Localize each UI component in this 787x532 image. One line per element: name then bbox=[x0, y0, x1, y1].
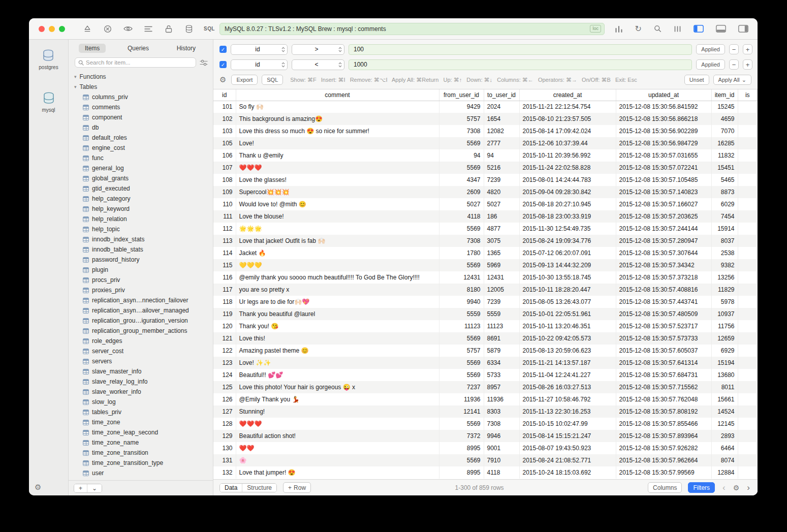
cell[interactable]: Beautiful action shot! bbox=[236, 430, 439, 442]
table-row[interactable]: 107❤️❤️❤️556952162015-11-24 22:02:58.828… bbox=[213, 162, 758, 174]
sql-editor-icon[interactable]: SQL bbox=[199, 22, 219, 36]
cell[interactable]: 7237 bbox=[439, 381, 484, 393]
cell[interactable]: ❤️❤️ bbox=[236, 442, 439, 454]
cell[interactable]: 5879 bbox=[484, 345, 519, 357]
cell[interactable] bbox=[738, 210, 758, 223]
sidebar-table-item[interactable]: procs_priv bbox=[69, 275, 213, 285]
cell[interactable]: 2015-12-08 15:30:57.166027 bbox=[616, 198, 711, 210]
toggle-left-panel-icon[interactable] bbox=[694, 25, 704, 33]
cell[interactable]: 2015-11-27 10:58:46.792 bbox=[519, 393, 616, 405]
cell[interactable] bbox=[738, 332, 758, 345]
cell[interactable]: 112 bbox=[213, 223, 236, 235]
cell[interactable] bbox=[738, 320, 758, 332]
cell[interactable]: 8691 bbox=[484, 332, 519, 345]
cell[interactable] bbox=[738, 101, 758, 113]
cell[interactable]: 7239 bbox=[484, 296, 519, 308]
cell[interactable]: 2015-12-08 15:30:56.902289 bbox=[616, 125, 711, 137]
search-box[interactable] bbox=[75, 57, 196, 68]
apply-all-button[interactable]: Apply All ⌄ bbox=[713, 75, 751, 85]
filter-enabled-checkbox[interactable]: ✓ bbox=[219, 46, 227, 53]
cell[interactable]: 5027 bbox=[484, 198, 519, 210]
table-row[interactable]: 118Ur legs are to die for🙌🏻💖994072392015… bbox=[213, 296, 758, 308]
cell[interactable]: 12145 bbox=[711, 418, 738, 430]
cell[interactable] bbox=[738, 223, 758, 235]
table-row[interactable]: 108Love the glasses!434772392015-08-01 1… bbox=[213, 174, 758, 186]
cell[interactable]: 10937 bbox=[711, 308, 738, 320]
column-header-item_id[interactable]: item_id bbox=[711, 89, 738, 101]
sidebar-table-item[interactable]: comments bbox=[69, 102, 213, 112]
table-row[interactable]: 111Love the blouse!41181862015-08-18 23:… bbox=[213, 210, 758, 223]
table-row[interactable]: 126@Emily Thank you 💃11936119362015-11-2… bbox=[213, 393, 758, 405]
cell[interactable]: you are so pretty x bbox=[236, 284, 439, 296]
cell[interactable]: 5757 bbox=[439, 113, 484, 125]
cell[interactable]: 9382 bbox=[711, 259, 738, 271]
cell[interactable]: 7070 bbox=[711, 125, 738, 137]
cell[interactable]: 2015-12-08 15:30:57.307644 bbox=[616, 247, 711, 259]
tab-structure[interactable]: Structure bbox=[242, 484, 276, 492]
cell[interactable]: 110 bbox=[213, 198, 236, 210]
cell[interactable]: 1780 bbox=[439, 247, 484, 259]
table-row[interactable]: 121Love this!556986912015-10-22 09:42:05… bbox=[213, 332, 758, 345]
cell[interactable]: 5569 bbox=[439, 418, 484, 430]
table-row[interactable]: 123Love! ✨✨556963342015-11-21 14:13:57.1… bbox=[213, 357, 758, 369]
cell[interactable]: 11936 bbox=[439, 393, 484, 405]
cell[interactable]: 94 bbox=[484, 149, 519, 162]
cell[interactable]: Love that jumper! 😍 bbox=[236, 466, 439, 479]
sidebar-table-item[interactable]: servers bbox=[69, 356, 213, 366]
cell[interactable]: 15451 bbox=[711, 162, 738, 174]
cell[interactable]: 103 bbox=[213, 125, 236, 137]
cell[interactable]: 2015-10-11 13:20:46.351 bbox=[519, 320, 616, 332]
cell[interactable]: 2609 bbox=[439, 186, 484, 198]
cell[interactable] bbox=[738, 345, 758, 357]
cell[interactable]: Thank u @emily bbox=[236, 149, 439, 162]
cell[interactable]: 2015-12-08 15:30:56.866218 bbox=[616, 113, 711, 125]
column-header-is[interactable]: is bbox=[738, 89, 758, 101]
cell[interactable]: 119 bbox=[213, 308, 236, 320]
sidebar-table-item[interactable]: time_zone_leap_second bbox=[69, 427, 213, 437]
cell[interactable]: 8180 bbox=[439, 284, 484, 296]
column-header-from_user_id[interactable]: from_user_id bbox=[439, 89, 484, 101]
cell[interactable]: 2015-12-08 15:30:57.605037 bbox=[616, 345, 711, 357]
cell[interactable]: 5569 bbox=[439, 137, 484, 149]
cell[interactable]: Love this dress so much 😍 so nice for su… bbox=[236, 125, 439, 137]
sidebar-table-item[interactable]: help_category bbox=[69, 194, 213, 204]
cell[interactable]: 2015-11-21 22:12:54.754 bbox=[519, 101, 616, 113]
sidebar-table-item[interactable]: global_grants bbox=[69, 173, 213, 183]
chart-icon[interactable] bbox=[615, 25, 623, 33]
cell[interactable]: 2015-08-05 13:26:43.077 bbox=[519, 296, 616, 308]
sidebar-table-item[interactable]: slave_worker_info bbox=[69, 387, 213, 397]
connection-item-postgres[interactable]: postgres bbox=[39, 49, 58, 70]
cell[interactable]: 15194 bbox=[711, 357, 738, 369]
connection-item-mysql[interactable]: mysql bbox=[42, 91, 55, 113]
cell[interactable]: 2015-09-13 14:44:32.209 bbox=[519, 259, 616, 271]
filter-sliders-icon[interactable] bbox=[200, 59, 208, 66]
add-filter-button[interactable]: + bbox=[743, 44, 752, 54]
cell[interactable]: 2015-12-08 15:30:57.855466 bbox=[616, 418, 711, 430]
cell[interactable]: 101 bbox=[213, 101, 236, 113]
cell[interactable]: 126 bbox=[213, 393, 236, 405]
cell[interactable]: 109 bbox=[213, 186, 236, 198]
cell[interactable] bbox=[738, 418, 758, 430]
cell[interactable]: 8995 bbox=[439, 466, 484, 479]
cell[interactable]: 5978 bbox=[711, 296, 738, 308]
cell[interactable]: 8995 bbox=[439, 442, 484, 454]
sidebar-table-item[interactable]: help_relation bbox=[69, 214, 213, 224]
cell[interactable]: 105 bbox=[213, 137, 236, 149]
cell[interactable] bbox=[738, 247, 758, 259]
cell[interactable]: 7372 bbox=[439, 430, 484, 442]
cell[interactable]: 7239 bbox=[484, 174, 519, 186]
cell[interactable]: Beautiful!! 💕💕 bbox=[236, 369, 439, 381]
table-settings-gear-icon[interactable]: ⚙ bbox=[733, 484, 740, 492]
cell[interactable]: 2015-10-01 22:05:51.961 bbox=[519, 308, 616, 320]
table-row[interactable]: 101So fly 🙌🏻942920242015-11-21 22:12:54.… bbox=[213, 101, 758, 113]
cell[interactable]: 9429 bbox=[439, 101, 484, 113]
database-icon[interactable] bbox=[179, 22, 199, 36]
cell[interactable]: 5569 bbox=[439, 454, 484, 466]
cell[interactable]: 2015-12-08 15:30:57.523717 bbox=[616, 320, 711, 332]
cell[interactable]: 2015-12-08 15:30:57.480509 bbox=[616, 308, 711, 320]
table-row[interactable]: 120Thank you! 😘11123111232015-10-11 13:2… bbox=[213, 320, 758, 332]
sidebar-table-item[interactable]: engine_cost bbox=[69, 143, 213, 153]
cell[interactable]: 2015-08-01 14:24:44.783 bbox=[519, 174, 616, 186]
cell[interactable]: 7308 bbox=[439, 125, 484, 137]
cell[interactable]: 2015-11-21 14:13:57.187 bbox=[519, 357, 616, 369]
